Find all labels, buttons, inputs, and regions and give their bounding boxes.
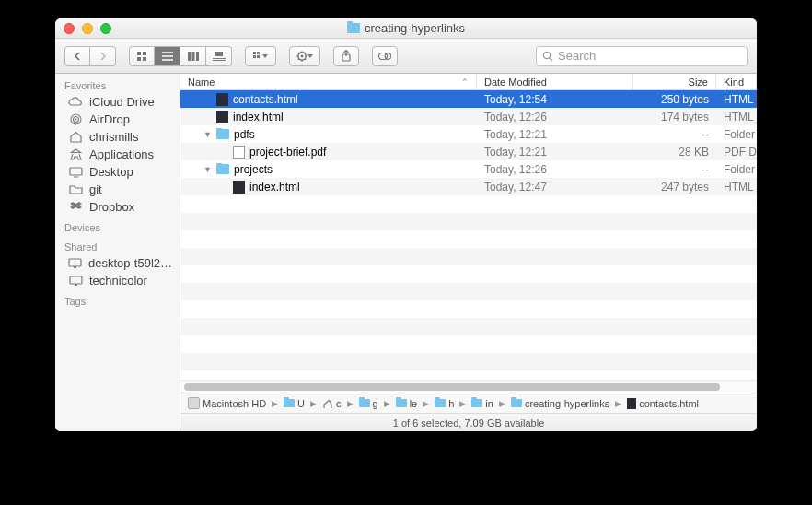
status-bar: 1 of 6 selected, 7.09 GB available	[180, 413, 757, 431]
svg-line-23	[298, 53, 299, 53]
sidebar-section-header: Favorites	[55, 74, 180, 93]
folder-icon	[396, 399, 407, 407]
file-icon	[216, 111, 228, 123]
chevron-right-icon: ▶	[270, 399, 280, 408]
file-date: Today, 12:26	[477, 163, 633, 176]
tags-button[interactable]	[372, 46, 398, 66]
path-crumb-label: Macintosh HD	[203, 398, 266, 409]
svg-rect-1	[143, 52, 146, 55]
svg-rect-41	[75, 284, 77, 286]
path-crumb[interactable]: le	[394, 398, 420, 409]
column-size[interactable]: Size	[633, 74, 716, 89]
file-row[interactable]: index.htmlToday, 12:26174 bytesHTML	[180, 108, 757, 125]
file-row[interactable]: ▼pdfsToday, 12:21--Folder	[180, 125, 757, 143]
path-crumb-label: U	[297, 398, 305, 409]
path-crumb[interactable]: contacts.html	[625, 398, 701, 409]
column-headers: Name⌃ Date Modified Size Kind	[180, 74, 757, 90]
empty-row	[180, 265, 757, 283]
folder-icon	[471, 399, 482, 407]
sidebar-item[interactable]: iCloud Drive	[55, 93, 180, 111]
empty-row	[180, 318, 757, 335]
file-row[interactable]: contacts.htmlToday, 12:54250 bytesHTML	[180, 90, 757, 108]
disclosure-triangle[interactable]: ▼	[203, 165, 212, 174]
file-size: --	[633, 128, 716, 141]
file-kind: HTML	[716, 111, 757, 123]
arrange-button[interactable]	[245, 46, 276, 66]
svg-rect-14	[253, 55, 256, 58]
path-crumb[interactable]: creating-hyperlinks	[509, 398, 611, 409]
folder-icon	[511, 399, 522, 407]
sidebar-item[interactable]: Dropbox	[55, 198, 180, 216]
display-icon	[68, 257, 82, 270]
minimize-button[interactable]	[82, 23, 93, 34]
sidebar-item-label: AirDrop	[89, 112, 130, 126]
sidebar-item[interactable]: AirDrop	[55, 111, 180, 128]
close-button[interactable]	[64, 23, 75, 34]
path-crumb[interactable]: U	[282, 398, 307, 409]
forward-button[interactable]	[90, 46, 116, 66]
path-crumb[interactable]: Macintosh HD	[186, 397, 268, 409]
titlebar[interactable]: creating-hyperlinks	[55, 18, 757, 39]
folder-outline-icon	[68, 183, 83, 196]
finder-window: creating-hyperlinks Search	[55, 18, 757, 431]
search-placeholder: Search	[558, 49, 596, 63]
path-crumb[interactable]: in	[470, 398, 495, 409]
search-field[interactable]: Search	[536, 46, 748, 66]
icon-view-button[interactable]	[129, 46, 155, 66]
column-kind[interactable]: Kind	[716, 74, 757, 89]
path-crumb[interactable]: g	[357, 398, 380, 409]
folder-icon	[347, 23, 360, 33]
home-icon	[68, 131, 83, 144]
sidebar-item[interactable]: Applications	[55, 146, 180, 163]
window-title-text: creating-hyperlinks	[365, 21, 465, 35]
window-title: creating-hyperlinks	[55, 21, 757, 35]
file-row[interactable]: index.htmlToday, 12:47247 bytesHTML	[180, 178, 757, 195]
chevron-right-icon: ▶	[345, 399, 355, 408]
home-icon	[322, 399, 333, 408]
path-bar[interactable]: Macintosh HD▶U▶c▶g▶le▶h▶in▶creating-hype…	[180, 393, 757, 413]
sidebar-item[interactable]: technicolor	[55, 272, 180, 289]
share-button[interactable]	[333, 46, 359, 66]
sidebar-item[interactable]: Desktop	[55, 163, 180, 181]
file-date: Today, 12:47	[477, 181, 633, 194]
svg-point-18	[301, 54, 304, 57]
empty-row	[180, 335, 757, 353]
search-icon	[542, 51, 553, 62]
file-date: Today, 12:21	[477, 146, 633, 159]
zoom-button[interactable]	[100, 23, 111, 34]
file-size: --	[633, 163, 716, 176]
empty-row	[180, 230, 757, 248]
disclosure-triangle[interactable]: ▼	[203, 130, 212, 139]
path-crumb[interactable]: c	[320, 398, 343, 409]
sidebar-item[interactable]: git	[55, 181, 180, 198]
file-size: 250 bytes	[633, 93, 716, 106]
file-kind: HTML	[716, 181, 757, 194]
empty-row	[180, 195, 757, 213]
path-crumb-label: le	[410, 398, 418, 409]
file-row[interactable]: project-brief.pdfToday, 12:2128 KBPDF D	[180, 143, 757, 160]
column-view-button[interactable]	[180, 46, 206, 66]
list-view-button[interactable]	[155, 46, 180, 66]
file-kind: Folder	[716, 128, 757, 141]
sidebar: FavoritesiCloud DriveAirDropchrismillsAp…	[55, 74, 180, 431]
svg-rect-13	[253, 52, 256, 54]
sidebar-item-label: Desktop	[89, 165, 133, 179]
coverflow-view-button[interactable]	[206, 46, 232, 66]
column-date[interactable]: Date Modified	[477, 74, 633, 89]
back-button[interactable]	[64, 46, 90, 66]
hd-icon	[188, 397, 200, 409]
column-name[interactable]: Name⌃	[180, 74, 477, 89]
svg-rect-11	[213, 58, 226, 59]
path-crumb-label: h	[448, 398, 454, 409]
chevron-right-icon: ▶	[458, 399, 468, 408]
sidebar-item[interactable]: desktop-t59l2…	[55, 254, 180, 272]
file-icon	[233, 181, 245, 194]
sidebar-item[interactable]: chrismills	[55, 128, 180, 146]
empty-row	[180, 353, 757, 370]
sidebar-section-header: Shared	[55, 235, 180, 254]
horizontal-scrollbar[interactable]	[180, 380, 757, 393]
file-row[interactable]: ▼projectsToday, 12:26--Folder	[180, 160, 757, 178]
path-crumb[interactable]: h	[433, 398, 456, 409]
airdrop-icon	[68, 113, 83, 126]
action-button[interactable]	[289, 46, 320, 66]
